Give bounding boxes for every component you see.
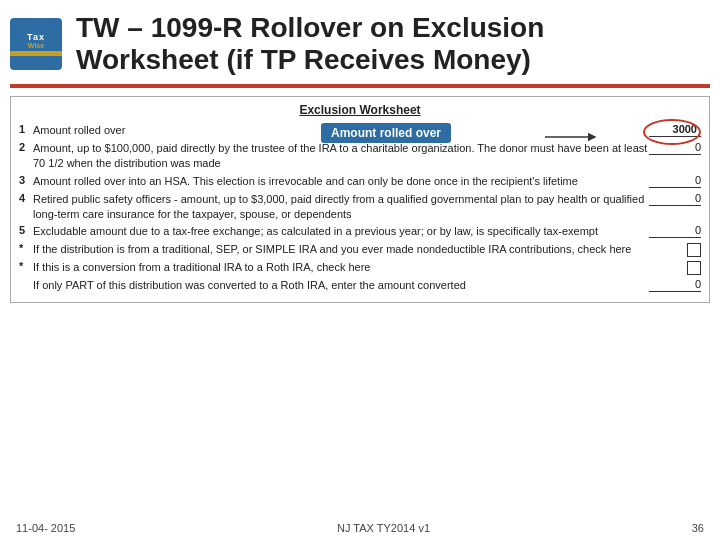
row-value-4: 0 bbox=[649, 192, 701, 206]
cb-text-2: If this is a conversion from a tradition… bbox=[33, 260, 683, 275]
header: Tax Wise TW – 1099-R Rollover on Exclusi… bbox=[0, 0, 720, 84]
footer: 11-04- 2015 NJ TAX TY2014 v1 36 bbox=[0, 522, 720, 534]
title-area: TW – 1099-R Rollover on Exclusion Worksh… bbox=[76, 12, 544, 76]
cb-text-1: If the distribution is from a traditiona… bbox=[33, 242, 683, 257]
worksheet-row-2: 2 Amount, up to $100,000, paid directly … bbox=[19, 141, 701, 171]
logo-text-top: Tax bbox=[27, 32, 45, 42]
cb-star-3 bbox=[19, 278, 33, 290]
logo-area: Tax Wise bbox=[10, 18, 62, 70]
worksheet-row-3: 3 Amount rolled over into an HSA. This e… bbox=[19, 174, 701, 189]
row-value-5: 0 bbox=[649, 224, 701, 238]
worksheet-area: Exclusion Worksheet Amount rolled over 1… bbox=[10, 96, 710, 303]
callout-arrow-icon bbox=[545, 130, 605, 144]
worksheet-row-4: 4 Retired public safety officers - amoun… bbox=[19, 192, 701, 222]
row-text-2: Amount, up to $100,000, paid directly by… bbox=[33, 141, 649, 171]
row-text-4: Retired public safety officers - amount,… bbox=[33, 192, 649, 222]
row-num-5: 5 bbox=[19, 224, 33, 236]
red-divider bbox=[10, 84, 710, 88]
checkbox-2[interactable] bbox=[687, 261, 701, 275]
row-value-3: 0 bbox=[649, 174, 701, 188]
callout-label: Amount rolled over bbox=[321, 123, 451, 143]
footer-date: 11-04- 2015 bbox=[16, 522, 75, 534]
worksheet-row-5: 5 Excludable amount due to a tax-free ex… bbox=[19, 224, 701, 239]
logo-text-bottom: Wise bbox=[28, 42, 44, 49]
row-text-5: Excludable amount due to a tax-free exch… bbox=[33, 224, 649, 239]
logo-icon: Tax Wise bbox=[10, 18, 62, 70]
row-num-4: 4 bbox=[19, 192, 33, 204]
row-text-3: Amount rolled over into an HSA. This ele… bbox=[33, 174, 649, 189]
checkbox-row-2: * If this is a conversion from a traditi… bbox=[19, 260, 701, 275]
row-num-3: 3 bbox=[19, 174, 33, 186]
row-num-2: 2 bbox=[19, 141, 33, 153]
checkbox-1[interactable] bbox=[687, 243, 701, 257]
page-title: TW – 1099-R Rollover on Exclusion Worksh… bbox=[76, 12, 544, 76]
footer-center: NJ TAX TY2014 v1 bbox=[337, 522, 430, 534]
row-num-1: 1 bbox=[19, 123, 33, 135]
logo-bar bbox=[10, 51, 62, 56]
cb-text-3: If only PART of this distribution was co… bbox=[33, 278, 649, 293]
footer-page: 36 bbox=[692, 522, 704, 534]
checkbox-row-1: * If the distribution is from a traditio… bbox=[19, 242, 701, 257]
worksheet-title: Exclusion Worksheet bbox=[19, 103, 701, 117]
cb-star-1: * bbox=[19, 242, 33, 254]
cb-value-3: 0 bbox=[649, 278, 701, 292]
cb-star-2: * bbox=[19, 260, 33, 272]
checkbox-row-3: If only PART of this distribution was co… bbox=[19, 278, 701, 293]
